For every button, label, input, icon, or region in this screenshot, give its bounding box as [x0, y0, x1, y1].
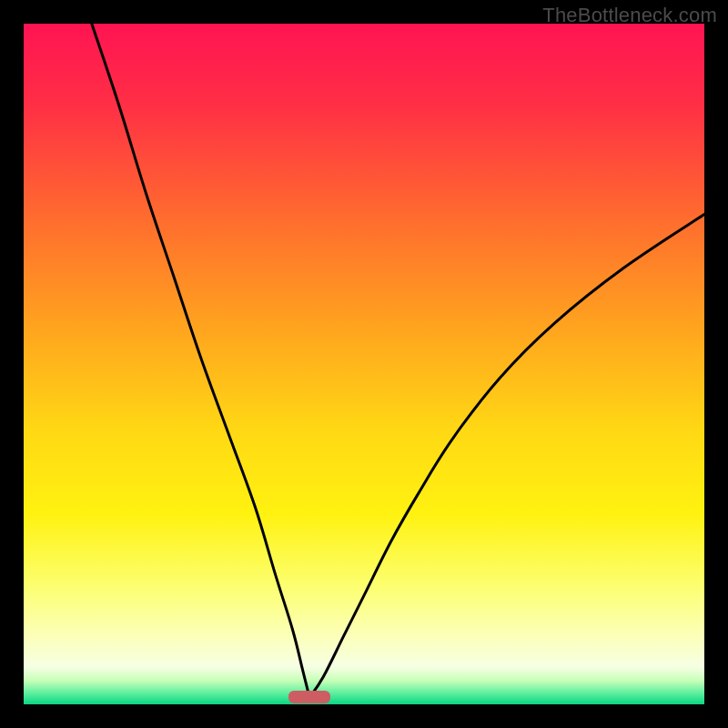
background-gradient [24, 24, 704, 704]
optimum-marker [288, 691, 330, 703]
plot-area [24, 24, 704, 704]
svg-rect-0 [24, 24, 704, 704]
watermark-text: TheBottleneck.com [542, 4, 717, 27]
